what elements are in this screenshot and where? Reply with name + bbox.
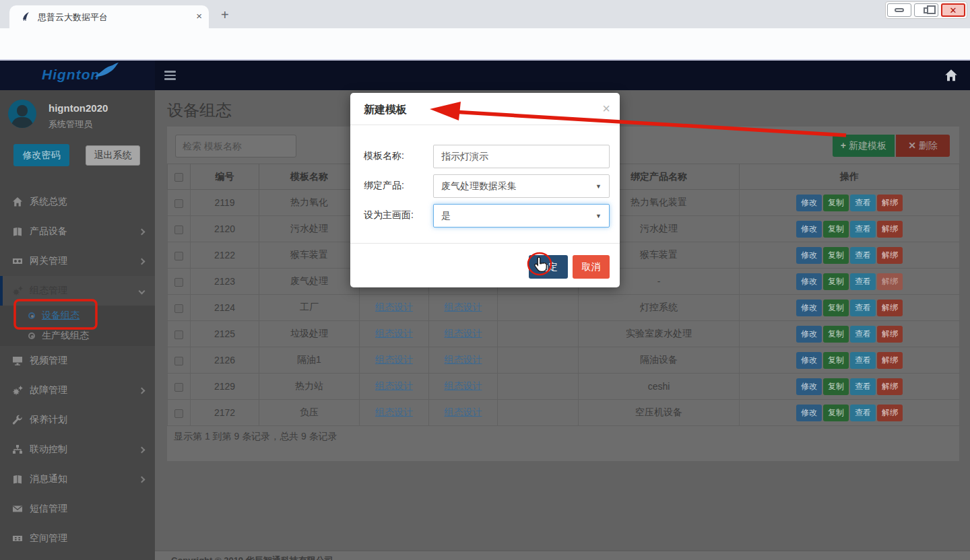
- bind-product-select[interactable]: 废气处理数据采集 ▼: [433, 174, 610, 198]
- sidebar-item-space[interactable]: 空间管理: [0, 524, 155, 553]
- op-copy-button[interactable]: 复制: [823, 195, 849, 211]
- op-copy-button[interactable]: 复制: [823, 378, 849, 395]
- sidebar-item-system-overview[interactable]: 系统总览: [0, 187, 155, 217]
- row-checkbox[interactable]: [174, 199, 183, 208]
- op-copy-button[interactable]: 复制: [823, 326, 849, 343]
- row-checkbox[interactable]: [174, 252, 183, 260]
- op-unbind-button[interactable]: 解绑: [877, 273, 903, 290]
- op-copy-button[interactable]: 复制: [823, 221, 849, 238]
- template-name-input[interactable]: [433, 145, 610, 168]
- sidebar-item-production-line-configuration[interactable]: 生产线组态: [0, 326, 155, 346]
- logout-button[interactable]: 退出系统: [86, 145, 140, 166]
- op-view-button[interactable]: 查看: [850, 221, 876, 238]
- sidebar-item-sms[interactable]: 短信管理: [0, 494, 155, 524]
- chevron-down-icon: [139, 287, 146, 294]
- confirm-button[interactable]: 确定: [529, 255, 568, 279]
- op-view-button[interactable]: 查看: [850, 326, 876, 343]
- user-role: 系统管理员: [48, 118, 92, 131]
- op-unbind-button[interactable]: 解绑: [877, 352, 903, 369]
- op-view-button[interactable]: 查看: [850, 405, 876, 421]
- op-unbind-button[interactable]: 解绑: [877, 221, 903, 238]
- op-copy-button[interactable]: 复制: [823, 300, 849, 316]
- sidebar-item-gateway[interactable]: 网关管理: [0, 246, 155, 276]
- op-copy-button[interactable]: 复制: [823, 273, 849, 290]
- config-design-link[interactable]: 组态设计: [445, 380, 482, 391]
- op-view-button[interactable]: 查看: [850, 300, 876, 316]
- op-modify-button[interactable]: 修改: [796, 273, 822, 290]
- sidebar-toggle-hamburger-icon[interactable]: [164, 71, 178, 81]
- browser-tab[interactable]: 思普云大数据平台 ×: [9, 5, 209, 28]
- modal-close-icon[interactable]: ×: [602, 101, 610, 116]
- op-copy-button[interactable]: 复制: [823, 352, 849, 369]
- op-view-button[interactable]: 查看: [850, 195, 876, 211]
- config-design-link[interactable]: 组态设计: [445, 302, 482, 312]
- cell-id: 2122: [191, 242, 259, 269]
- op-modify-button[interactable]: 修改: [796, 352, 822, 369]
- op-view-button[interactable]: 查看: [850, 273, 876, 290]
- new-template-button[interactable]: +新建模板: [833, 135, 895, 157]
- sidebar-item-linkage-control[interactable]: 联动控制: [0, 435, 155, 464]
- op-unbind-button[interactable]: 解绑: [877, 247, 903, 264]
- new-tab-button[interactable]: +: [221, 8, 229, 22]
- op-unbind-button[interactable]: 解绑: [877, 195, 903, 211]
- row-checkbox[interactable]: [174, 383, 183, 392]
- op-copy-button[interactable]: 复制: [823, 247, 849, 264]
- op-unbind-button[interactable]: 解绑: [877, 378, 903, 395]
- cancel-button[interactable]: 取消: [573, 255, 610, 279]
- op-modify-button[interactable]: 修改: [796, 221, 822, 238]
- sidebar-item-maintenance[interactable]: 保养计划: [0, 405, 155, 435]
- config-design-link[interactable]: 组态设计: [375, 328, 413, 339]
- window-restore-button[interactable]: [914, 3, 938, 17]
- records-summary: 显示第 1 到第 9 条记录，总共 9 条记录: [174, 431, 337, 443]
- cell-template-name: 负压: [259, 400, 360, 426]
- op-modify-button[interactable]: 修改: [796, 247, 822, 264]
- op-modify-button[interactable]: 修改: [796, 378, 822, 395]
- op-modify-button[interactable]: 修改: [796, 326, 822, 343]
- sidebar-item-video[interactable]: 视频管理: [0, 346, 155, 376]
- config-design-link[interactable]: 组态设计: [445, 407, 482, 417]
- op-unbind-button[interactable]: 解绑: [877, 405, 903, 421]
- row-checkbox[interactable]: [174, 278, 183, 287]
- sidebar-item-device-configuration[interactable]: 设备组态: [0, 306, 155, 326]
- change-password-button[interactable]: 修改密码: [13, 144, 69, 166]
- delete-button[interactable]: ✕删除: [896, 135, 950, 157]
- tab-close-icon[interactable]: ×: [196, 10, 202, 22]
- sidebar-item-fault[interactable]: 故障管理: [0, 376, 155, 405]
- row-checkbox[interactable]: [174, 330, 183, 339]
- op-view-button[interactable]: 查看: [850, 352, 876, 369]
- row-checkbox[interactable]: [174, 409, 183, 418]
- sidebar-item-message-notification[interactable]: 消息通知: [0, 464, 155, 494]
- op-view-button[interactable]: 查看: [850, 378, 876, 395]
- chevron-left-icon: [139, 258, 146, 265]
- config-design-link[interactable]: 组态设计: [375, 302, 413, 312]
- config-design-link[interactable]: 组态设计: [445, 354, 482, 365]
- op-modify-button[interactable]: 修改: [796, 405, 822, 421]
- config-design-link[interactable]: 组态设计: [375, 354, 413, 365]
- config-design-link[interactable]: 组态设计: [445, 328, 482, 339]
- search-input[interactable]: [175, 135, 296, 158]
- window-minimize-button[interactable]: [887, 3, 911, 17]
- row-checkbox[interactable]: [174, 357, 183, 365]
- cell-template-name: 污水处理: [259, 216, 360, 242]
- row-checkbox[interactable]: [174, 225, 183, 234]
- op-unbind-button[interactable]: 解绑: [877, 300, 903, 316]
- row-checkbox[interactable]: [174, 304, 183, 313]
- cell-id: 2124: [191, 295, 259, 321]
- select-all-checkbox[interactable]: [174, 173, 183, 182]
- op-copy-button[interactable]: 复制: [823, 405, 849, 421]
- config-design-link[interactable]: 组态设计: [375, 380, 413, 391]
- table-row: 2172负压组态设计组态设计空压机设备修改复制查看解绑: [168, 400, 960, 426]
- op-modify-button[interactable]: 修改: [796, 195, 822, 211]
- home-icon[interactable]: [944, 69, 958, 82]
- header-operations: 操作: [740, 164, 960, 190]
- window-close-button[interactable]: ✕: [941, 3, 965, 17]
- config-design-link[interactable]: 组态设计: [375, 407, 413, 417]
- op-modify-button[interactable]: 修改: [796, 300, 822, 316]
- op-view-button[interactable]: 查看: [850, 247, 876, 264]
- cell-template-name: 热力站: [259, 374, 360, 400]
- op-unbind-button[interactable]: 解绑: [877, 326, 903, 343]
- main-screen-select[interactable]: 是 ▼: [433, 204, 610, 228]
- book-icon: [12, 226, 23, 237]
- sidebar-item-product-device[interactable]: 产品设备: [0, 217, 155, 246]
- sidebar-item-configuration[interactable]: 组态管理: [0, 276, 155, 306]
